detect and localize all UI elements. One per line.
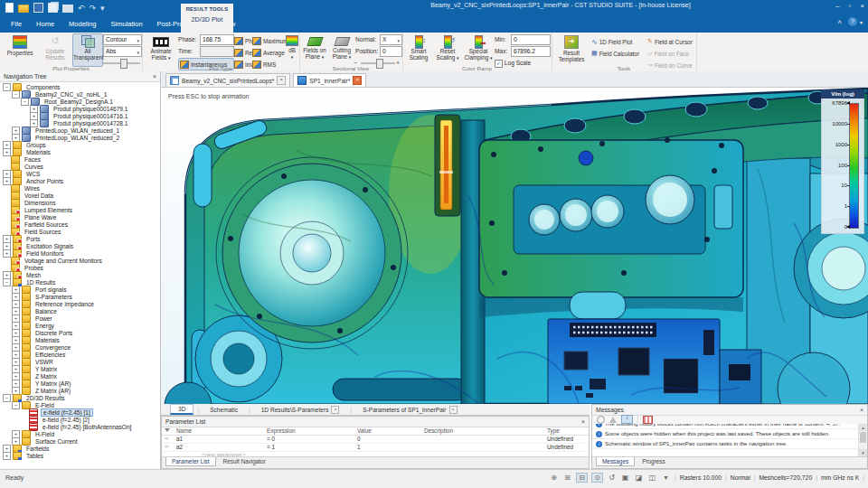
tree-item[interactable]: +Farfields [0,445,160,452]
tree-item[interactable]: +Mesh [0,271,160,278]
tree-item[interactable]: +Produt physique00014716.1 [0,112,160,119]
cutting-plane-button[interactable]: Cutting Plane ▾ [328,33,355,67]
smart-scaling-button[interactable]: ↕ Smart Scaling [404,33,433,67]
all-transparent-button[interactable]: All Transparent [72,33,103,67]
tree-item[interactable]: +Tables [0,452,160,459]
warnings-filter-icon[interactable] [609,417,617,423]
collapse-ribbon-icon[interactable]: ˄ [837,18,842,26]
tree-item[interactable]: Voxel Data [0,192,160,199]
reset-scaling-button[interactable]: ↺ Reset Scaling ▾ [433,33,462,67]
3d-viewport[interactable]: Press ESC to stop animation V/m (log) 67… [161,88,868,404]
tree-item[interactable]: Voltage and Current Monitors [0,257,160,264]
position-input[interactable]: 0 [380,46,402,57]
field-calculator-button[interactable]: ▦Field Calculator [590,47,647,60]
help-caret-icon[interactable]: ▾ [860,19,863,25]
close-icon[interactable]: × [860,407,863,413]
tree-item[interactable]: +Y Matrix [0,365,160,372]
tree-item[interactable]: +WCS [0,170,160,177]
tree-item[interactable]: +Produt physique00014728.1 [0,119,160,127]
min-input[interactable]: 0 [511,34,551,45]
tree-item[interactable]: +Energy [0,322,160,329]
menu-tab-modeling[interactable]: Modeling [61,15,103,33]
view-tab[interactable]: 1D Results\S-Parameters× [254,405,347,415]
contour-dropdown[interactable]: Contour▾ [103,34,142,45]
close-button[interactable]: × [860,0,864,13]
tree-item[interactable]: e-field (f=2.45) [BothAntennasOn] [0,423,160,430]
max-input[interactable]: 67896.2 [511,46,551,57]
view-tab[interactable]: 3D [170,404,193,415]
tree-item[interactable]: e-field (f=2.45) [1] [0,408,160,416]
tree-item[interactable]: Wires [0,184,160,192]
tree-item[interactable]: +Convergence [0,343,160,351]
document-tab[interactable]: Beamy_v2_CNC_sixPrintedLoops*× [165,73,290,87]
field-on-face-button[interactable]: ▱Field on Face [646,47,698,60]
print-icon[interactable] [62,5,73,13]
parameter-cell[interactable]: a2 [176,444,183,450]
tree-expander-icon[interactable]: − [3,394,11,402]
result-templates-button[interactable]: ➜ Result Templates [554,33,589,67]
properties-button[interactable]: Properties [2,33,38,67]
field-at-cursor-button[interactable]: ✎Field at Cursor [646,35,698,48]
close-icon[interactable]: × [353,76,362,85]
zoom-out-icon[interactable]: ⊟ [576,473,588,483]
fit-view-icon[interactable]: ▣ [620,474,630,482]
messages-scrollbar[interactable]: ▴ ▾ [858,424,867,456]
zoom-window-icon[interactable]: ⊙ [591,473,603,483]
info-filter-icon[interactable] [621,415,633,424]
1d-field-plot-button[interactable]: ∿1D Field Plot [590,35,647,48]
menu-tab-file[interactable]: File [4,15,29,33]
axes-icon[interactable]: ◫ [647,474,657,482]
tree-item[interactable]: −1D Results [0,278,160,286]
tab-2d3d-plot[interactable]: 2D/3D Plot [181,15,233,23]
parameter-cell[interactable]: = 0 [267,436,275,442]
tree-item[interactable]: Probes [0,264,160,271]
copy-icon[interactable] [48,3,58,13]
parameter-cell[interactable]: Undefined [547,444,573,450]
tree-item[interactable]: Faces [0,155,160,163]
tree-item[interactable]: +Ports [0,235,160,242]
tree-item[interactable]: +Z Matrix (AR) [0,387,160,394]
tree-item[interactable]: +Efficiencies [0,351,160,358]
menu-tab-home[interactable]: Home [29,15,61,33]
tree-item[interactable]: Farfield Sources [0,221,160,228]
tree-item[interactable]: +S-Parameters [0,293,160,300]
tree-item[interactable]: −Components [0,83,160,90]
tree-item[interactable]: +Materials [0,148,160,155]
save-icon[interactable] [33,3,43,13]
open-icon[interactable] [18,5,29,13]
tree-item[interactable]: +Anchor Points [0,177,160,184]
rotate-view-icon[interactable]: ↺ [607,474,617,482]
document-tab[interactable]: SP1_innerPair*× [293,73,366,87]
tree-item[interactable]: +Balance [0,307,160,314]
help-icon[interactable]: ? [848,17,857,26]
tree-expander-icon[interactable]: − [12,401,20,409]
parameter-cell[interactable]: 1 [357,444,361,450]
tree-item[interactable]: +Port signals [0,286,160,293]
parameter-cell[interactable]: 0 [357,436,361,442]
close-icon[interactable]: × [277,76,286,85]
abs-dropdown[interactable]: Abs▾ [103,46,142,57]
tree-expander-icon[interactable]: − [21,98,29,106]
tree-item[interactable]: e-field (f=2.45) [2] [0,416,160,423]
parameter-cell[interactable]: = 1 [267,444,275,450]
tree-expander-icon[interactable]: + [3,452,11,460]
close-icon[interactable]: × [331,406,339,414]
errors-filter-icon[interactable] [597,416,605,424]
tree-item[interactable]: +Excitation Signals [0,242,160,249]
undo-icon[interactable]: ↶ [78,4,85,12]
tree-item[interactable]: +Reference Impedance [0,300,160,307]
tree-expander-icon[interactable]: − [3,83,11,91]
zoom-in-icon[interactable]: ⊕ [549,474,559,482]
tree-item[interactable]: +Field Monitors [0,249,160,257]
time-input[interactable] [200,46,234,57]
view-tab[interactable]: Schematic [203,406,245,414]
tree-expander-icon[interactable]: + [30,119,38,127]
export-messages-icon[interactable] [643,416,653,424]
restore-button[interactable]: ▫ [848,0,851,13]
tree-item[interactable]: Lumped Elements [0,206,160,213]
view-options-dropdown-icon[interactable]: ▾ [661,474,671,482]
close-icon[interactable]: × [449,406,458,414]
minimize-button[interactable]: – [835,0,839,13]
tree-item[interactable]: −Beamy2_CNC_v2_noHL_1 [0,90,160,98]
customize-icon[interactable]: ▾ [100,4,105,12]
